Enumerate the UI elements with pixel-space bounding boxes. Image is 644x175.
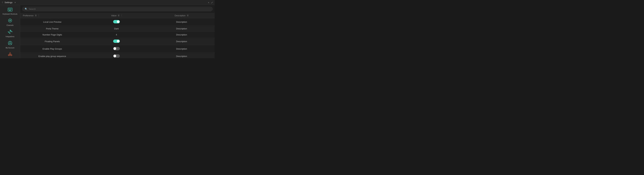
cell-value: Dark: [84, 26, 148, 32]
cell-description: Description: [148, 18, 215, 26]
toggle-thumb: [117, 40, 120, 42]
cell-value: [84, 18, 148, 26]
svg-point-16: [12, 32, 12, 32]
title-bar-left: ⠿ Settings ×: [2, 1, 16, 4]
toggle-enable-play-group-sequence[interactable]: [113, 54, 120, 58]
main-content: Keyboard Shortcuts Channels: [0, 5, 215, 58]
toggle-thumb: [117, 20, 120, 23]
keyboard-icon: [8, 8, 12, 12]
toggle-thumb: [114, 55, 116, 57]
sidebar-item-preference[interactable]: Preference: [0, 51, 20, 58]
toggle-enable-play-groups[interactable]: [113, 47, 120, 50]
cell-value: [84, 45, 148, 52]
preferences-table: Preference ☰ Value ☰: [20, 13, 215, 58]
table-row: Number Page Digits4Description: [20, 32, 215, 38]
col-menu-description[interactable]: ☰: [187, 14, 188, 17]
svg-rect-8: [11, 10, 12, 10]
cell-description: Description: [148, 26, 215, 32]
channels-icon: [8, 18, 12, 24]
cell-preference: Enable Play Groups: [20, 45, 84, 52]
col-header-value: Value ☰: [84, 13, 148, 18]
table-row: Enable play group sequenceDescription: [20, 52, 215, 58]
col-menu-value[interactable]: ☰: [118, 14, 120, 17]
toggle-track: [113, 20, 120, 23]
col-label-value: Value: [111, 14, 116, 17]
close-button[interactable]: ×: [14, 1, 16, 4]
cell-value: [84, 52, 148, 58]
search-icon: 🔍: [25, 8, 28, 10]
svg-point-20: [10, 42, 11, 43]
table-body: Local Live PreviewDescriptionPorta Theme…: [20, 18, 215, 58]
col-header-preference-inner: Preference ☰: [23, 14, 82, 17]
table-header-row: Preference ☰ Value ☰: [20, 13, 215, 18]
sidebar-item-integrations[interactable]: Integrations: [0, 28, 20, 39]
col-divider-value: [122, 14, 122, 17]
col-header-description: Description ☰: [148, 13, 215, 18]
cell-description: Description: [148, 45, 215, 52]
svg-rect-3: [10, 8, 10, 9]
integrations-icon: [8, 30, 12, 35]
col-header-preference: Preference ☰: [20, 13, 84, 18]
toggle-floating-panels[interactable]: [113, 40, 120, 43]
my-account-icon: [8, 41, 12, 46]
title-bar-right: + ⤢: [208, 1, 213, 4]
svg-point-24: [8, 55, 10, 56]
svg-point-23: [10, 55, 12, 56]
drag-handle-icon: ⠿: [2, 1, 3, 4]
cell-preference: Floating Panels: [20, 38, 84, 45]
app-title: Settings: [4, 1, 12, 4]
table-row: Enable Play GroupsDescription: [20, 45, 215, 52]
svg-point-21: [9, 53, 11, 55]
toggle-track: [113, 47, 120, 50]
svg-rect-1: [8, 8, 9, 9]
cell-preference: Number Page Digits: [20, 32, 84, 38]
cell-value: 4: [84, 32, 148, 38]
search-input[interactable]: [29, 8, 210, 10]
sidebar-item-keyboard-shortcuts[interactable]: Keyboard Shortcuts: [0, 6, 20, 16]
col-header-description-inner: Description ☰: [151, 14, 212, 17]
sidebar-item-my-account[interactable]: My Account: [0, 40, 20, 50]
cell-description: Description: [148, 32, 215, 38]
col-header-value-inner: Value ☰: [87, 14, 146, 17]
cell-value: [84, 38, 148, 45]
svg-rect-9: [9, 10, 11, 11]
table-row: Floating PanelsDescription: [20, 38, 215, 45]
svg-point-15: [10, 32, 10, 32]
svg-point-17: [8, 32, 8, 32]
sidebar: Keyboard Shortcuts Channels: [0, 5, 20, 58]
sidebar-item-channels[interactable]: Channels: [0, 17, 20, 28]
table-row: Porta ThemeDarkDescription: [20, 26, 215, 32]
move-icon[interactable]: ⤢: [211, 1, 213, 4]
svg-rect-5: [8, 10, 9, 10]
cell-preference: Local Live Preview: [20, 18, 84, 26]
toggle-local-live-preview[interactable]: [113, 20, 120, 23]
col-menu-preference[interactable]: ☰: [35, 14, 37, 17]
sidebar-label-channels: Channels: [6, 24, 14, 26]
value-text: Dark: [114, 28, 119, 30]
svg-rect-4: [11, 8, 12, 9]
title-bar: ⠿ Settings × + ⤢: [0, 0, 215, 5]
content-area: 🔍 Preference ☰: [20, 5, 215, 58]
expand-icon[interactable]: +: [208, 1, 209, 4]
cell-preference: Porta Theme: [20, 26, 84, 32]
table-container: Preference ☰ Value ☰: [20, 13, 215, 58]
col-label-preference: Preference: [23, 14, 34, 17]
toggle-thumb: [114, 47, 116, 50]
search-bar-container: 🔍: [20, 5, 215, 13]
svg-rect-7: [10, 10, 10, 10]
sidebar-label-integrations: Integrations: [6, 36, 14, 38]
svg-point-11: [10, 20, 10, 21]
cell-description: Description: [148, 38, 215, 45]
app-window: ⠿ Settings × + ⤢: [0, 0, 215, 58]
sidebar-label-my-account: My Account: [6, 47, 14, 49]
svg-rect-6: [9, 10, 10, 10]
table-row: Local Live PreviewDescription: [20, 18, 215, 26]
toggle-track: [113, 40, 120, 43]
preference-icon: [8, 52, 12, 58]
cell-preference: Enable play group sequence: [20, 52, 84, 58]
svg-rect-2: [9, 8, 10, 9]
sidebar-label-keyboard-shortcuts: Keyboard Shortcuts: [3, 13, 18, 15]
col-label-description: Description: [175, 14, 186, 17]
value-text: 4: [116, 34, 117, 36]
search-bar: 🔍: [22, 7, 213, 11]
